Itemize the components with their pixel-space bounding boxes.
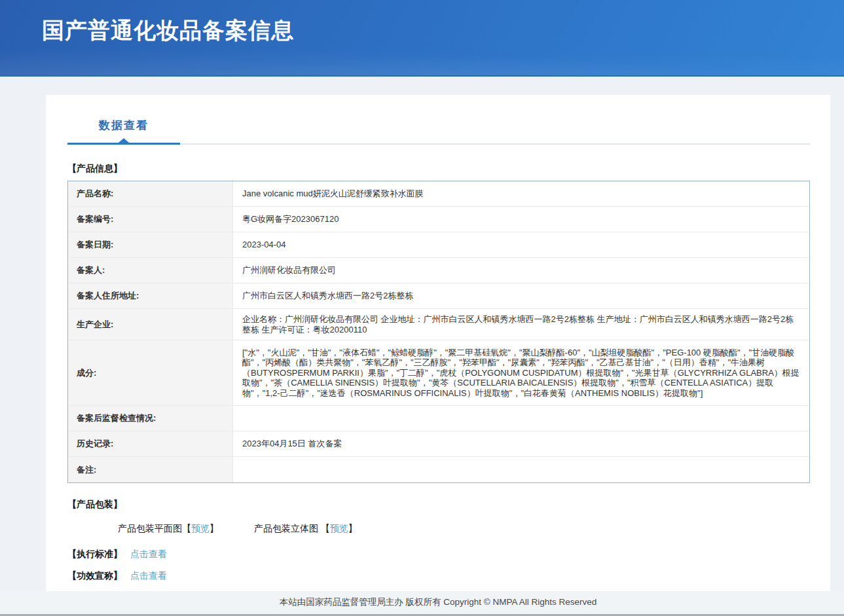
row-value: 企业名称：广州润研化妆品有限公司 企业地址：广州市白云区人和镇秀水塘西一路2号2… (233, 309, 809, 340)
row-label: 备案编号: (68, 207, 233, 232)
table-row: 备案日期: 2023-04-04 (68, 232, 809, 258)
section-title-standard: 【执行标准】 (67, 549, 122, 559)
efficacy-view-link[interactable]: 点击查看 (130, 570, 167, 581)
table-row: 历史记录: 2023年04月15日 首次备案 (68, 431, 809, 457)
standard-section: 【执行标准】 点击查看 (67, 549, 810, 560)
copyright-text: 本站由国家药品监督管理局主办 版权所有 Copyright © NMPA All… (46, 591, 830, 613)
page-footer: 本站由国家药品监督管理局主办 版权所有 Copyright © NMPA All… (0, 591, 844, 614)
flat-image-item: 产品包装平面图【预览】 (118, 523, 219, 534)
packaging-previews: 产品包装平面图【预览】 产品包装立体图 【预览】 (67, 523, 810, 535)
row-value: Jane volcanic mud妍泥火山泥舒缓紧致补水面膜 (233, 181, 809, 206)
table-row: 产品名称: Jane volcanic mud妍泥火山泥舒缓紧致补水面膜 (68, 181, 809, 207)
table-row: 备案后监督检查情况: (68, 406, 809, 431)
row-label: 备注: (68, 457, 233, 482)
tab-data-view[interactable]: 数据查看 (67, 118, 180, 133)
content-card: 数据查看 【产品信息】 产品名称: Jane volcanic mud妍泥火山泥… (46, 95, 830, 591)
row-label: 成分: (68, 340, 233, 405)
row-label: 备案人: (68, 258, 233, 283)
row-value: ["水"，"火山泥"，"甘油"，"液体石蜡"，"鲸蜡硬脂醇"，"聚二甲基硅氧烷"… (233, 340, 809, 405)
row-value (233, 406, 809, 431)
row-label: 备案人住所地址: (68, 283, 233, 308)
row-label: 历史记录: (68, 431, 233, 456)
product-info-table: 产品名称: Jane volcanic mud妍泥火山泥舒缓紧致补水面膜 备案编… (67, 181, 810, 483)
row-value: 广州润研化妆品有限公司 (233, 258, 809, 283)
stereo-image-label-close: 】 (348, 523, 358, 534)
standard-view-link[interactable]: 点击查看 (130, 549, 167, 559)
section-title-packaging: 【产品包装】 (67, 499, 810, 511)
stereo-image-item: 产品包装立体图 【预览】 (254, 523, 358, 534)
row-label: 生产企业: (68, 309, 233, 340)
tab-active-underline (67, 143, 180, 145)
table-row: 备案人: 广州润研化妆品有限公司 (68, 258, 809, 283)
flat-image-label-close: 】 (210, 523, 219, 534)
row-label: 备案日期: (68, 232, 233, 257)
stereo-image-preview-link[interactable]: 预览 (330, 523, 348, 534)
row-value: 2023年04月15日 首次备案 (233, 431, 809, 456)
table-row: 备案编号: 粤G妆网备字2023067120 (68, 207, 809, 232)
row-value (233, 457, 809, 482)
row-label: 产品名称: (68, 181, 233, 206)
table-row: 备注: (68, 457, 809, 482)
tab-bar: 数据查看 (67, 117, 810, 145)
table-row: 生产企业: 企业名称：广州润研化妆品有限公司 企业地址：广州市白云区人和镇秀水塘… (68, 309, 809, 340)
row-label: 备案后监督检查情况: (68, 406, 233, 431)
flat-image-preview-link[interactable]: 预览 (191, 523, 210, 534)
page-header: 国产普通化妆品备案信息 (0, 0, 844, 77)
table-row: 成分: ["水"，"火山泥"，"甘油"，"液体石蜡"，"鲸蜡硬脂醇"，"聚二甲基… (68, 340, 809, 406)
efficacy-section: 【功效宣称】 点击查看 (67, 570, 810, 582)
page-title: 国产普通化妆品备案信息 (42, 16, 294, 46)
stereo-image-label: 产品包装立体图 【 (254, 523, 330, 534)
table-row: 备案人住所地址: 广州市白云区人和镇秀水塘西一路2号2栋整栋 (68, 283, 809, 309)
row-value: 广州市白云区人和镇秀水塘西一路2号2栋整栋 (233, 283, 809, 308)
section-title-efficacy: 【功效宣称】 (67, 570, 122, 581)
flat-image-label: 产品包装平面图【 (118, 523, 191, 534)
section-title-product-info: 【产品信息】 (67, 163, 810, 175)
row-value: 2023-04-04 (233, 232, 809, 257)
row-value: 粤G妆网备字2023067120 (233, 207, 809, 232)
